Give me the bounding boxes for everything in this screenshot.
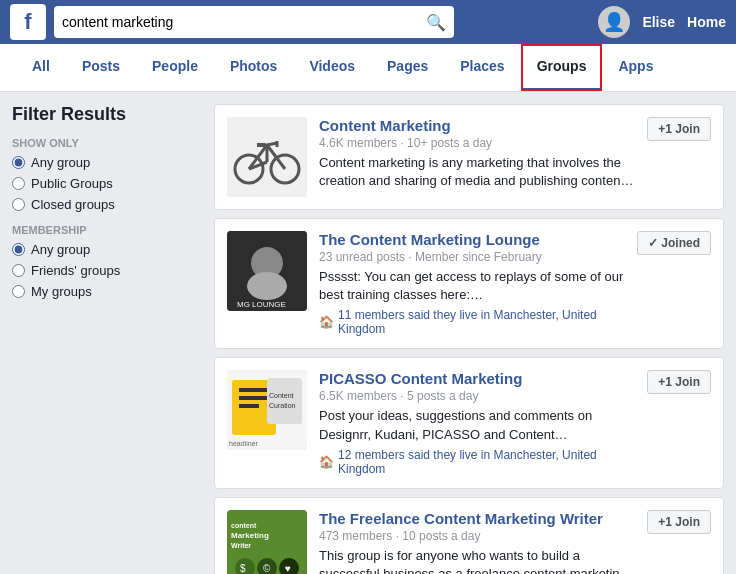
join-button-3[interactable]: +1 Join [647, 510, 711, 534]
group-card-1: MG LOUNGE The Content Marketing Lounge 2… [214, 218, 724, 349]
group-desc-2: Post your ideas, suggestions and comment… [319, 407, 635, 443]
filter-friends-groups[interactable]: Friends' groups [12, 263, 202, 278]
group-action-0: +1 Join [647, 117, 711, 197]
search-results: Content Marketing 4.6K members · 10+ pos… [214, 104, 724, 574]
filter-my-groups[interactable]: My groups [12, 284, 202, 299]
tab-groups[interactable]: Groups [521, 44, 603, 91]
group-name-0[interactable]: Content Marketing [319, 117, 635, 134]
search-icon[interactable]: 🔍 [426, 13, 446, 32]
group-info-1: The Content Marketing Lounge 23 unread p… [319, 231, 625, 336]
search-bar: 🔍 [54, 6, 454, 38]
group-meta-2: 6.5K members · 5 posts a day [319, 389, 635, 403]
svg-text:Curation: Curation [269, 402, 296, 409]
group-name-1[interactable]: The Content Marketing Lounge [319, 231, 625, 248]
sidebar: Filter Results SHOW ONLY Any group Publi… [12, 104, 202, 574]
joined-button-1[interactable]: ✓ Joined [637, 231, 711, 255]
filter-title: Filter Results [12, 104, 202, 125]
tab-posts[interactable]: Posts [66, 44, 136, 91]
svg-text:♥: ♥ [285, 563, 291, 574]
user-name[interactable]: Elise [642, 14, 675, 30]
group-action-1: ✓ Joined [637, 231, 711, 336]
group-info-0: Content Marketing 4.6K members · 10+ pos… [319, 117, 635, 197]
svg-text:©: © [263, 563, 271, 574]
group-meta-0: 4.6K members · 10+ posts a day [319, 136, 635, 150]
tab-photos[interactable]: Photos [214, 44, 293, 91]
group-name-2[interactable]: PICASSO Content Marketing [319, 370, 635, 387]
facebook-logo: f [10, 4, 46, 40]
group-info-2: PICASSO Content Marketing 6.5K members ·… [319, 370, 635, 475]
home-icon-2: 🏠 [319, 455, 334, 469]
tab-videos[interactable]: Videos [293, 44, 371, 91]
filter-closed-groups[interactable]: Closed groups [12, 197, 202, 212]
svg-point-13 [247, 272, 287, 300]
group-location-1: 🏠 11 members said they live in Mancheste… [319, 308, 625, 336]
svg-text:$: $ [240, 563, 246, 574]
membership-label: MEMBERSHIP [12, 224, 202, 236]
svg-text:Content: Content [269, 392, 294, 399]
group-thumb-0 [227, 117, 307, 197]
filter-any-group-show[interactable]: Any group [12, 155, 202, 170]
svg-rect-17 [239, 388, 269, 392]
filter-public-groups[interactable]: Public Groups [12, 176, 202, 191]
group-thumb-3: content Marketing Writer $ © ♥ [227, 510, 307, 574]
group-card-2: Content Curation headliner PICASSO Conte… [214, 357, 724, 488]
svg-rect-19 [239, 404, 259, 408]
svg-text:headliner: headliner [229, 440, 258, 447]
svg-rect-20 [267, 378, 302, 424]
svg-rect-18 [239, 396, 269, 400]
group-meta-1: 23 unread posts · Member since February [319, 250, 625, 264]
group-desc-1: Psssst: You can get access to replays of… [319, 268, 625, 304]
nav-tabs: All Posts People Photos Videos Pages Pla… [0, 44, 736, 92]
header-right: 👤 Elise Home [598, 6, 726, 38]
group-action-3: +1 Join [647, 510, 711, 574]
group-action-2: +1 Join [647, 370, 711, 475]
group-card-3: content Marketing Writer $ © ♥ The Freel… [214, 497, 724, 574]
join-button-0[interactable]: +1 Join [647, 117, 711, 141]
tab-pages[interactable]: Pages [371, 44, 444, 91]
show-only-label: SHOW ONLY [12, 137, 202, 149]
svg-text:MG LOUNGE: MG LOUNGE [237, 300, 286, 309]
home-link[interactable]: Home [687, 14, 726, 30]
avatar: 👤 [598, 6, 630, 38]
tab-all[interactable]: All [16, 44, 66, 91]
home-icon-1: 🏠 [319, 315, 334, 329]
group-thumb-1: MG LOUNGE [227, 231, 307, 311]
tab-apps[interactable]: Apps [602, 44, 669, 91]
group-meta-3: 473 members · 10 posts a day [319, 529, 635, 543]
tab-people[interactable]: People [136, 44, 214, 91]
svg-text:content: content [231, 522, 257, 529]
group-desc-3: This group is for anyone who wants to bu… [319, 547, 635, 574]
group-info-3: The Freelance Content Marketing Writer 4… [319, 510, 635, 574]
join-button-2[interactable]: +1 Join [647, 370, 711, 394]
svg-text:Marketing: Marketing [231, 531, 269, 540]
filter-any-group-membership[interactable]: Any group [12, 242, 202, 257]
tab-places[interactable]: Places [444, 44, 520, 91]
group-location-2: 🏠 12 members said they live in Mancheste… [319, 448, 635, 476]
group-desc-0: Content marketing is any marketing that … [319, 154, 635, 190]
main-content: Filter Results SHOW ONLY Any group Publi… [0, 92, 736, 574]
group-card-0: Content Marketing 4.6K members · 10+ pos… [214, 104, 724, 210]
group-name-3[interactable]: The Freelance Content Marketing Writer [319, 510, 635, 527]
group-thumb-2: Content Curation headliner [227, 370, 307, 450]
search-input[interactable] [62, 14, 426, 30]
svg-text:Writer: Writer [231, 542, 251, 549]
header: f 🔍 👤 Elise Home [0, 0, 736, 44]
